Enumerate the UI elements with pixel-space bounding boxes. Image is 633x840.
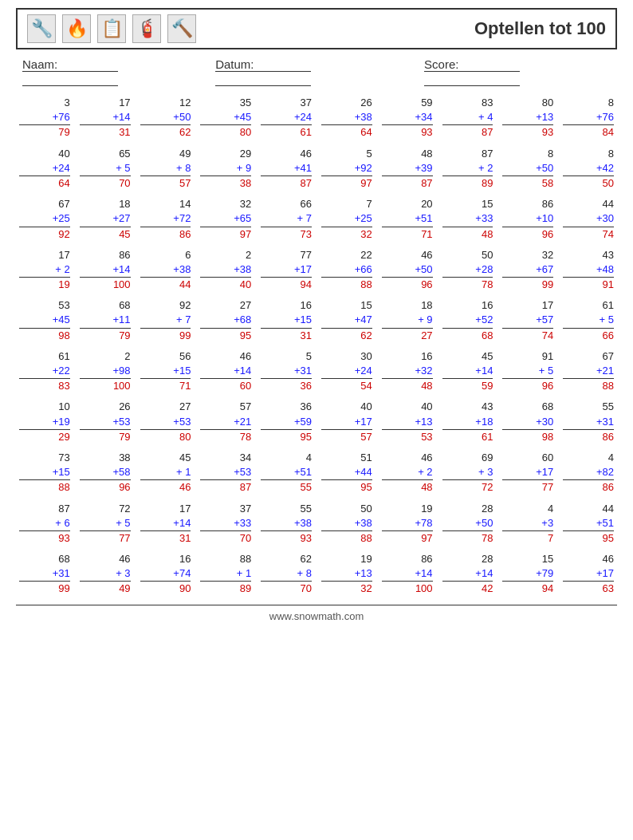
num-top: 67 xyxy=(603,349,614,364)
num-result: 100 xyxy=(80,378,131,393)
num-result: 71 xyxy=(382,227,433,242)
num-add: +17 xyxy=(355,415,372,429)
problem-cell: 61+ 566 xyxy=(560,298,617,343)
num-add: +66 xyxy=(355,262,372,277)
problem-cell: 62+ 870 xyxy=(258,552,315,597)
num-result: 87 xyxy=(442,124,493,140)
num-result: 93 xyxy=(382,124,433,140)
num-add: +98 xyxy=(113,364,131,378)
problem-cell: 26+5379 xyxy=(77,400,134,444)
problem-cell: 15+3348 xyxy=(439,197,497,242)
problem-cell: 46+5096 xyxy=(379,248,436,293)
num-top: 18 xyxy=(421,298,432,313)
problem-cell: 69+ 372 xyxy=(439,451,497,495)
num-add: +30 xyxy=(536,415,553,429)
num-result: 96 xyxy=(502,227,553,242)
num-top: 46 xyxy=(603,552,614,566)
problem-cell: 37+3370 xyxy=(197,502,254,546)
num-add: +38 xyxy=(355,110,372,124)
problem-cell: 68+1179 xyxy=(77,298,134,343)
num-result: 50 xyxy=(563,175,614,191)
num-top: 50 xyxy=(482,248,493,262)
num-top: 15 xyxy=(482,197,493,211)
score-underline xyxy=(424,72,520,86)
problem-cell: 50+3888 xyxy=(318,502,375,546)
num-result: 59 xyxy=(442,378,493,393)
num-add: +92 xyxy=(355,161,372,175)
num-add: + 2 xyxy=(55,262,69,277)
problem-cell: 35+4580 xyxy=(197,96,254,140)
num-add: +24 xyxy=(355,364,372,378)
num-result: 29 xyxy=(19,429,70,444)
problem-cell: 50+2878 xyxy=(439,248,497,293)
num-add: +79 xyxy=(536,566,553,581)
problem-cell: 3+7679 xyxy=(16,96,73,140)
num-add: +44 xyxy=(355,465,372,479)
num-result: 87 xyxy=(382,175,433,191)
num-result: 87 xyxy=(200,479,251,495)
problem-cell: 48+3987 xyxy=(379,147,436,191)
problem-cell: 46+ 349 xyxy=(77,552,134,597)
problem-cell: 28+5078 xyxy=(439,502,497,546)
problem-cell: 44+3074 xyxy=(560,197,617,242)
num-top: 46 xyxy=(119,552,130,566)
form-row: Naam: Datum: Score: xyxy=(16,57,617,86)
num-add: + 4 xyxy=(478,110,493,124)
num-add: +39 xyxy=(415,161,433,175)
problem-cell: 18+2745 xyxy=(77,197,134,242)
num-add: +45 xyxy=(234,110,251,124)
problem-cell: 5+3136 xyxy=(258,349,315,394)
num-result: 19 xyxy=(19,277,70,292)
num-result: 74 xyxy=(502,328,553,343)
num-result: 78 xyxy=(200,429,251,444)
num-add: + 2 xyxy=(418,465,432,479)
num-result: 74 xyxy=(563,227,614,242)
num-add: +53 xyxy=(173,415,191,429)
problem-cell: 40+2464 xyxy=(16,147,73,191)
problem-cell: 37+2461 xyxy=(258,96,315,140)
num-add: +33 xyxy=(234,516,251,530)
problem-cell: 8+5058 xyxy=(499,147,556,191)
num-top: 28 xyxy=(482,502,493,516)
num-top: 56 xyxy=(179,349,191,364)
num-add: +32 xyxy=(415,364,433,378)
num-add: +14 xyxy=(173,516,191,530)
num-add: +38 xyxy=(173,262,191,277)
num-top: 20 xyxy=(421,197,432,211)
num-add: + 5 xyxy=(600,313,614,327)
num-result: 95 xyxy=(200,328,251,343)
num-top: 15 xyxy=(360,298,372,313)
num-top: 19 xyxy=(421,502,432,516)
num-top: 61 xyxy=(603,298,614,313)
num-top: 35 xyxy=(240,96,251,110)
datum-underline xyxy=(215,72,311,86)
num-top: 5 xyxy=(306,349,312,364)
num-top: 8 xyxy=(608,147,614,161)
num-result: 98 xyxy=(19,328,70,343)
problem-cell: 72+ 577 xyxy=(77,502,134,546)
num-result: 88 xyxy=(19,479,70,495)
problem-cell: 8+7684 xyxy=(560,96,617,140)
num-result: 68 xyxy=(442,328,493,343)
num-add: +51 xyxy=(294,465,312,479)
num-top: 57 xyxy=(240,400,251,414)
num-top: 16 xyxy=(301,298,312,313)
num-top: 46 xyxy=(421,451,432,465)
problem-cell: 36+5995 xyxy=(258,400,315,444)
problem-cell: 43+4891 xyxy=(560,248,617,293)
num-add: +48 xyxy=(596,262,614,277)
num-top: 43 xyxy=(603,248,614,262)
num-add: +50 xyxy=(415,262,433,277)
problem-cell: 68+3098 xyxy=(499,400,556,444)
problem-cell: 51+4495 xyxy=(318,451,375,495)
problem-row-2: 67+259218+274514+728632+659766+ 7737+253… xyxy=(16,197,617,242)
num-add: +52 xyxy=(475,313,493,327)
footer-url: www.snowmath.com xyxy=(269,610,364,622)
num-top: 26 xyxy=(119,400,130,414)
problem-cell: 4+8286 xyxy=(560,451,617,495)
num-add: +58 xyxy=(113,465,131,479)
num-top: 46 xyxy=(301,147,312,161)
num-result: 71 xyxy=(140,378,191,393)
num-result: 63 xyxy=(563,581,614,596)
num-add: +22 xyxy=(53,364,70,378)
